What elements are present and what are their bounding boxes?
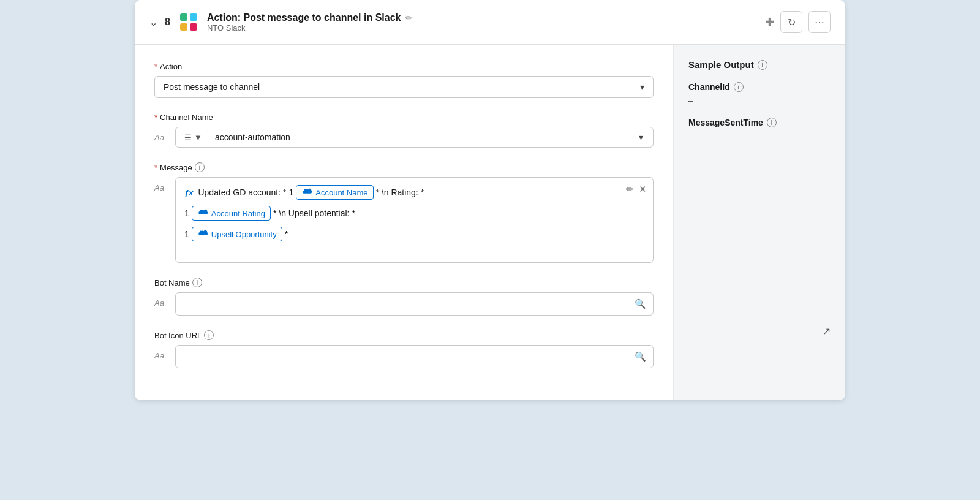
- message-label-text: Message: [160, 163, 192, 172]
- aa-label-bot-icon: Aa: [154, 345, 169, 360]
- svg-rect-0: [180, 13, 187, 21]
- channel-select[interactable]: account-automation ▾: [210, 127, 648, 147]
- message-sent-time-value: –: [688, 131, 831, 141]
- channel-field-section: * Channel Name Aa ☰ ▼ account-automation: [154, 113, 654, 148]
- refresh-button[interactable]: ↻: [780, 11, 802, 33]
- channel-id-info-icon: i: [734, 82, 744, 92]
- message-info-icon: i: [195, 162, 205, 172]
- list-icon: ☰: [184, 133, 192, 142]
- upsell-opportunity-chip-label: Upsell Opportunity: [211, 230, 277, 239]
- edit-title-icon[interactable]: ✏: [405, 13, 413, 23]
- channel-id-value: –: [688, 96, 831, 105]
- message-edit-icons: ✏ ✕: [626, 184, 647, 195]
- account-name-chip-label: Account Name: [315, 188, 368, 197]
- required-star: *: [154, 62, 157, 71]
- line3-num: 1: [184, 229, 189, 239]
- channel-id-text: ChannelId: [688, 82, 730, 92]
- line1-num: 1: [288, 188, 293, 197]
- card-header: ⌄ 8 Action: Post message to channel in S…: [135, 0, 845, 45]
- header-left: ⌄ 8 Action: Post message to channel in S…: [149, 11, 413, 33]
- bot-name-info-icon: i: [192, 278, 202, 287]
- channel-type-toggle[interactable]: ☰ ▼: [181, 128, 206, 147]
- bot-icon-section: Bot Icon URL i Aa 🔍: [154, 330, 654, 368]
- bot-icon-label: Bot Icon URL i: [154, 330, 654, 340]
- sidebar-info-icon: i: [758, 60, 767, 70]
- svg-rect-3: [190, 23, 197, 31]
- svg-rect-1: [190, 13, 197, 21]
- channel-label-text: Channel Name: [160, 113, 213, 122]
- step-number: 8: [165, 17, 170, 28]
- expand-icon[interactable]: ↗: [823, 325, 831, 337]
- line1-suffix: * \n Rating: *: [376, 188, 424, 197]
- line3-suffix: *: [285, 229, 288, 239]
- bot-icon-input[interactable]: [175, 345, 654, 368]
- slack-logo-icon: [178, 11, 200, 33]
- channel-arrow: ▾: [639, 132, 643, 142]
- action-card: ⌄ 8 Action: Post message to channel in S…: [135, 0, 845, 400]
- account-name-chip[interactable]: Account Name: [296, 185, 373, 200]
- message-line-3: 1 Upsell Opportunity *: [184, 227, 644, 241]
- card-body: * Action Post message to channel ▾ * Cha…: [135, 45, 845, 400]
- action-select[interactable]: Post message to channel ▾: [154, 76, 654, 98]
- sidebar-title-text: Sample Output: [688, 59, 754, 70]
- action-value: Post message to channel: [164, 82, 260, 92]
- sf-cloud-icon-1: [301, 187, 312, 198]
- required-star-channel: *: [154, 113, 157, 122]
- account-rating-chip[interactable]: Account Rating: [192, 206, 271, 221]
- bot-icon-label-text: Bot Icon URL: [154, 331, 202, 340]
- channel-dropdown-small: ▼: [194, 133, 202, 142]
- required-star-message: *: [154, 163, 157, 172]
- message-sent-time-text: MessageSentTime: [688, 118, 763, 127]
- refresh-icon: ↻: [788, 17, 796, 28]
- bot-name-field-row: Aa 🔍: [154, 292, 654, 316]
- channel-value: account-automation: [215, 132, 290, 142]
- channel-input-row: ☰ ▼ account-automation ▾: [175, 127, 654, 148]
- action-label-text: Action: [160, 62, 182, 71]
- message-sent-time-info-icon: i: [767, 118, 777, 127]
- bot-name-input[interactable]: [175, 292, 654, 316]
- aa-label-bot-name: Aa: [154, 292, 169, 308]
- message-line-2: 1 Account Rating * \n Upsell potential: …: [184, 206, 644, 221]
- sidebar-message-sent-label: MessageSentTime i: [688, 118, 831, 127]
- bot-name-label-text: Bot Name: [154, 278, 190, 287]
- message-line-1: ƒx Updated GD account: * 1 Account Name …: [184, 185, 644, 200]
- action-title: Action: Post message to channel in Slack: [207, 12, 401, 23]
- bot-name-section: Bot Name i Aa 🔍: [154, 278, 654, 316]
- message-edit-icon[interactable]: ✏: [626, 184, 634, 195]
- message-field-section: * Message i Aa ƒx Updated GD account: * …: [154, 162, 654, 263]
- more-options-button[interactable]: ⋯: [809, 11, 831, 33]
- move-icon[interactable]: ✚: [765, 15, 774, 29]
- sidebar-channel-id: ChannelId i –: [688, 82, 831, 105]
- page-container: ⌄ 8 Action: Post message to channel in S…: [0, 0, 980, 500]
- sf-cloud-icon-3: [197, 229, 208, 240]
- sidebar-message-sent-time: MessageSentTime i –: [688, 118, 831, 141]
- sidebar-title: Sample Output i: [688, 59, 831, 70]
- channel-field-label: * Channel Name: [154, 113, 654, 122]
- bot-name-label: Bot Name i: [154, 278, 654, 287]
- collapse-icon[interactable]: ⌄: [149, 17, 157, 28]
- aa-label-message: Aa: [154, 177, 169, 192]
- action-field-label: * Action: [154, 62, 654, 71]
- bot-icon-input-wrapper: 🔍: [175, 345, 654, 368]
- channel-field-row: Aa ☰ ▼ account-automation ▾: [154, 127, 654, 148]
- message-close-icon[interactable]: ✕: [639, 184, 647, 195]
- upsell-opportunity-chip[interactable]: Upsell Opportunity: [192, 227, 282, 241]
- svg-rect-2: [180, 23, 187, 31]
- message-field-label: * Message i: [154, 162, 654, 172]
- header-title-main: Action: Post message to channel in Slack…: [207, 12, 413, 23]
- bot-icon-field-row: Aa 🔍: [154, 345, 654, 368]
- message-box[interactable]: ƒx Updated GD account: * 1 Account Name …: [175, 177, 654, 263]
- header-right: ✚ ↻ ⋯: [765, 11, 831, 33]
- header-title: Action: Post message to channel in Slack…: [207, 12, 413, 32]
- action-field-section: * Action Post message to channel ▾: [154, 62, 654, 98]
- line1-prefix: Updated GD account: *: [198, 188, 286, 197]
- aa-label-channel: Aa: [154, 127, 169, 142]
- account-rating-chip-label: Account Rating: [211, 209, 265, 218]
- more-icon: ⋯: [815, 17, 824, 28]
- action-subtitle: NTO Slack: [207, 23, 413, 32]
- bot-icon-info-icon: i: [204, 330, 214, 340]
- line2-suffix: * \n Upsell potential: *: [273, 208, 355, 218]
- bot-name-input-wrapper: 🔍: [175, 292, 654, 316]
- sidebar-channel-id-label: ChannelId i: [688, 82, 831, 92]
- main-content: * Action Post message to channel ▾ * Cha…: [135, 45, 674, 400]
